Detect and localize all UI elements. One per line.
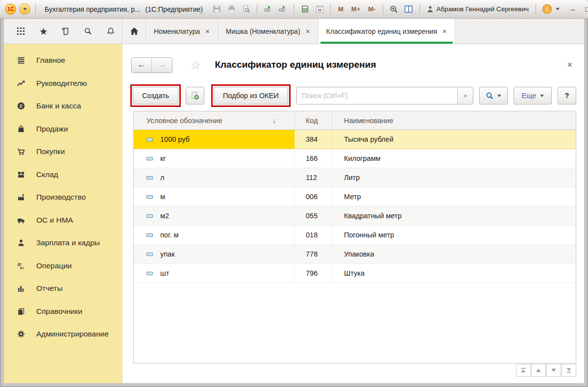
zoom-in-icon[interactable]	[388, 3, 400, 15]
memory-m-minus-button[interactable]: M-	[366, 5, 378, 13]
print-preview-icon[interactable]	[240, 3, 252, 15]
sidebar-item-label: Руководителю	[36, 79, 87, 88]
current-user[interactable]: Абрамов Геннадий Сергеевич	[427, 5, 529, 13]
go-down-button[interactable]	[546, 364, 561, 377]
element-icon	[147, 138, 153, 141]
divider	[257, 4, 257, 15]
column-header-code[interactable]: Код	[294, 111, 332, 129]
tab-label: Мишка (Номенклатура)	[226, 27, 300, 35]
main-menu-button[interactable]	[19, 3, 30, 15]
element-icon	[147, 214, 153, 218]
sidebar-item-label: Главное	[36, 56, 65, 65]
go-link-icon[interactable]	[277, 3, 289, 15]
element-icon	[147, 195, 153, 199]
search-input[interactable]	[297, 87, 458, 104]
forward-button[interactable]: →	[152, 58, 172, 72]
memory-m-plus-button[interactable]: M+	[349, 5, 363, 13]
content-header: ← → ☆ Классификатор единиц измерения ×	[122, 44, 584, 78]
sidebar-item-bank-cash[interactable]: Р Банк и касса	[4, 95, 122, 118]
sidebar-item-directories[interactable]: Справочники	[4, 300, 122, 323]
unit-symbol: л	[160, 174, 164, 181]
notifications-bell-icon[interactable]	[99, 19, 122, 44]
tab-close-icon[interactable]: ×	[442, 27, 447, 35]
favorites-star-icon[interactable]: ★	[32, 19, 55, 44]
memory-m-button[interactable]: M	[336, 5, 346, 13]
table-row[interactable]: 1000 руб 384 Тысяча рублей	[134, 130, 576, 149]
sidebar-item-administration[interactable]: Администрирование	[4, 323, 122, 346]
back-button[interactable]: ←	[132, 58, 152, 72]
element-icon	[147, 176, 153, 180]
sidebar-item-purchases[interactable]: Покупки	[4, 140, 122, 163]
unit-name: Метр	[344, 193, 361, 201]
clear-search-icon[interactable]: ×	[457, 87, 473, 104]
unit-symbol: 1000 руб	[160, 135, 190, 143]
sidebar-item-warehouse[interactable]: Склад	[4, 163, 122, 186]
home-tab[interactable]	[122, 19, 146, 44]
go-to-first-button[interactable]	[516, 364, 531, 377]
sidebar-item-manager[interactable]: Руководителю	[4, 72, 122, 95]
add-favorite-star-icon[interactable]: ☆	[190, 59, 201, 71]
maximize-button[interactable]: □	[580, 3, 588, 16]
create-button[interactable]: Создать	[133, 87, 178, 104]
divider	[383, 4, 383, 15]
tab-nomenklatura[interactable]: Номенклатура ×	[146, 19, 218, 44]
table-row[interactable]: пог. м 018 Погонный метр	[134, 226, 576, 245]
tab-close-icon[interactable]: ×	[306, 27, 310, 35]
search-icon[interactable]	[77, 19, 99, 44]
minimize-button[interactable]: –	[565, 3, 580, 16]
table-row[interactable]: шт 796 Штука	[134, 264, 576, 283]
calendar-icon[interactable]: 31	[314, 3, 325, 15]
more-actions-button[interactable]: Еще	[514, 87, 552, 104]
tab-bar: ★ Номенклатура × Мишка (Номенклатура) × …	[4, 19, 584, 44]
sidebar-item-label: Операции	[36, 261, 72, 270]
sidebar-item-main[interactable]: Главное	[4, 49, 122, 72]
section-sidebar: Главное Руководителю Р Банк и касса Прод…	[4, 44, 122, 383]
app-kind: (1С:Предприятие)	[146, 5, 203, 13]
chevron-down-icon[interactable]	[556, 8, 560, 10]
table-row[interactable]: л 112 Литр	[134, 168, 576, 187]
tab-classifier-units[interactable]: Классификатор единиц измерения ×	[318, 19, 455, 44]
table-row[interactable]: упак 778 Упаковка	[134, 245, 576, 264]
sidebar-item-reports[interactable]: Отчеты	[4, 277, 122, 300]
tab-close-icon[interactable]: ×	[205, 27, 210, 35]
units-table: Условное обозначение ↓ Код Наименование	[133, 111, 576, 363]
tab-mishka-nomenklatura[interactable]: Мишка (Номенклатура) ×	[218, 19, 318, 44]
info-icon[interactable]: i	[541, 3, 553, 15]
window-frame: ★ Номенклатура × Мишка (Номенклатура) × …	[4, 19, 584, 383]
calculator-icon[interactable]	[299, 3, 311, 15]
window-controls: – □ ×	[565, 3, 588, 16]
unit-symbol: пог. м	[160, 231, 178, 239]
pick-from-okei-button[interactable]: Подбор из ОКЕИ	[214, 87, 288, 104]
unit-code: 055	[306, 212, 318, 220]
sidebar-item-label: Отчеты	[36, 284, 63, 293]
table-row[interactable]: м 006 Метр	[134, 187, 576, 206]
create-group-button[interactable]	[186, 87, 204, 104]
shopping-cart-icon	[17, 147, 25, 156]
sidebar-item-fixed-assets[interactable]: ОС и НМА	[4, 209, 122, 232]
quick-panel: ★	[4, 19, 122, 44]
go-to-last-button[interactable]	[562, 364, 576, 377]
advanced-search-button[interactable]	[479, 87, 508, 104]
column-header-name[interactable]: Наименование	[332, 111, 576, 129]
unit-name: Штука	[344, 269, 365, 277]
table-row[interactable]: м2 055 Квадратный метр	[134, 206, 576, 226]
history-icon[interactable]	[55, 19, 77, 44]
split-window-icon[interactable]	[403, 3, 415, 15]
go-up-button[interactable]	[531, 364, 546, 377]
column-header-symbol[interactable]: Условное обозначение ↓	[134, 111, 294, 129]
unit-code: 006	[306, 193, 318, 201]
gear-icon	[17, 330, 25, 338]
get-link-icon[interactable]	[262, 3, 274, 15]
sidebar-item-production[interactable]: Производство	[4, 186, 122, 209]
sidebar-item-salary-hr[interactable]: Зарплата и кадры	[4, 232, 122, 255]
all-functions-grid-icon[interactable]	[10, 19, 32, 44]
close-form-icon[interactable]: ×	[564, 60, 575, 70]
unit-symbol: упак	[160, 250, 175, 258]
print-icon[interactable]	[225, 3, 237, 15]
help-button[interactable]: ?	[558, 87, 576, 104]
table-row[interactable]: кг 166 Килограмм	[134, 149, 576, 168]
save-icon[interactable]	[211, 3, 222, 15]
unit-name: Упаковка	[344, 250, 374, 258]
sidebar-item-operations[interactable]: ДтКт Операции	[4, 255, 122, 278]
sidebar-item-sales[interactable]: Продажи	[4, 118, 122, 141]
